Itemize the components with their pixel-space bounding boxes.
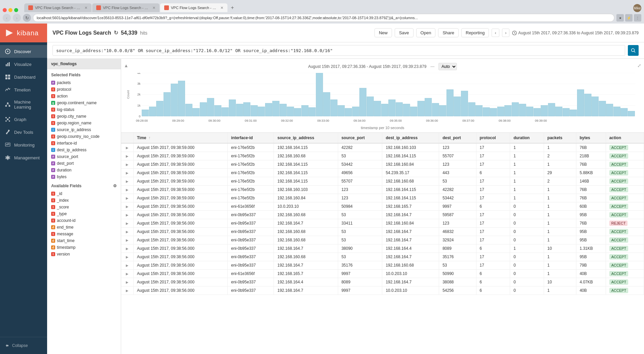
available-field-_index[interactable]: t_index xyxy=(47,197,121,204)
histogram-chart[interactable]: 09:28:0009:29:0009:30:0009:31:0009:32:00… xyxy=(127,73,639,123)
refresh-button[interactable]: ↻ xyxy=(23,14,31,22)
row-expand-button[interactable]: ▶ xyxy=(121,211,134,219)
selected-field-action[interactable]: taction xyxy=(47,93,121,100)
forward-button[interactable]: › xyxy=(13,14,21,22)
expand-icon[interactable]: ▶ xyxy=(124,205,130,208)
table-header-bytes[interactable]: bytes xyxy=(576,133,606,143)
tab-close-3[interactable]: ✕ xyxy=(220,6,223,10)
refresh-search-icon[interactable]: ↻ xyxy=(114,30,118,36)
row-expand-button[interactable]: ▶ xyxy=(121,228,134,236)
available-field-timestamp[interactable]: dtimestamp xyxy=(47,244,121,251)
close-window-button[interactable] xyxy=(3,8,7,12)
expand-icon[interactable]: ▶ xyxy=(124,146,130,150)
traffic-lights[interactable] xyxy=(3,8,18,12)
row-expand-button[interactable]: ▶ xyxy=(121,270,134,278)
browser-tab-1[interactable]: VPC Flow Logs Search - Kiba... ✕ xyxy=(24,3,92,12)
row-expand-button[interactable]: ▶ xyxy=(121,202,134,211)
row-expand-button[interactable]: ▶ xyxy=(121,143,134,152)
bookmark-button[interactable]: ★ xyxy=(616,14,624,22)
expand-icon[interactable]: ▶ xyxy=(124,247,130,250)
row-expand-button[interactable]: ▶ xyxy=(121,152,134,160)
sidebar-item-management[interactable]: Management xyxy=(0,151,47,164)
row-expand-button[interactable]: ▶ xyxy=(121,253,134,261)
sidebar-item-visualize[interactable]: Visualize xyxy=(0,58,47,71)
share-button[interactable]: Share xyxy=(438,28,459,37)
expand-icon[interactable]: ▶ xyxy=(124,280,130,284)
table-header-action[interactable]: action xyxy=(606,133,644,143)
selected-field-geoip-country_iso_code[interactable]: tgeoip.country_iso_code xyxy=(47,133,121,140)
back-button[interactable]: ‹ xyxy=(3,14,11,22)
expand-icon[interactable]: ▶ xyxy=(124,255,130,259)
row-expand-button[interactable]: ▶ xyxy=(121,177,134,186)
table-header-packets[interactable]: packets xyxy=(544,133,576,143)
row-expand-button[interactable]: ▶ xyxy=(121,244,134,253)
selected-field-dest_ip_address[interactable]: idest_ip_address xyxy=(47,147,121,153)
reporting-button[interactable]: Reporting xyxy=(461,28,489,37)
sidebar-item-dashboard[interactable]: Dashboard xyxy=(0,71,47,83)
chart-minimize-button[interactable]: ▲ xyxy=(124,63,129,68)
table-header-interface_id[interactable]: interface-id xyxy=(227,133,274,143)
selected-field-geoip-continent_name[interactable]: ggeoip.continent_name xyxy=(47,100,121,106)
selected-field-geoip-region_name[interactable]: tgeoip.region_name xyxy=(47,120,121,126)
expand-icon[interactable]: ▶ xyxy=(124,264,130,267)
table-header-duration[interactable]: duration xyxy=(510,133,544,143)
sidebar-item-machine-learning[interactable]: Machine Learning xyxy=(0,96,47,113)
selected-field-source_ip_address[interactable]: isource_ip_address xyxy=(47,126,121,133)
menu-button[interactable]: ⋮ xyxy=(634,14,641,22)
sidebar-item-graph[interactable]: Graph xyxy=(0,113,47,126)
sidebar-item-monitoring[interactable]: Monitoring xyxy=(0,139,47,151)
row-expand-button[interactable]: ▶ xyxy=(121,194,134,202)
row-expand-button[interactable]: ▶ xyxy=(121,160,134,169)
expand-icon[interactable]: ▶ xyxy=(124,154,130,158)
url-bar[interactable]: localhost:5601/app/kibana#/discover/1ce3… xyxy=(33,14,614,22)
selected-field-duration[interactable]: #duration xyxy=(47,167,121,173)
maximize-window-button[interactable] xyxy=(14,8,18,12)
available-fields-settings-button[interactable]: ⚙ xyxy=(113,184,117,188)
selected-field-protocol[interactable]: tprotocol xyxy=(47,86,121,93)
chart-interval-select[interactable]: Auto 1s 10s 1m xyxy=(438,63,457,70)
time-prev-button[interactable]: ‹ xyxy=(492,29,499,37)
sidebar-item-timelion[interactable]: Timelion xyxy=(0,83,47,96)
row-expand-button[interactable]: ▶ xyxy=(121,186,134,194)
row-expand-button[interactable]: ▶ xyxy=(121,286,134,295)
expand-icon[interactable]: ▶ xyxy=(124,238,130,242)
save-button[interactable]: Save xyxy=(395,28,414,37)
available-field-_id[interactable]: t_id xyxy=(47,190,121,197)
sidebar-item-discover[interactable]: Discover xyxy=(0,45,47,58)
available-field-_type[interactable]: t_type xyxy=(47,210,121,217)
selected-field-geoip-city_name[interactable]: tgeoip.city_name xyxy=(47,113,121,120)
table-header-dest_ip_address[interactable]: dest_ip_address xyxy=(382,133,439,143)
time-range-display[interactable]: August 15th 2017, 09:27:36.336 to August… xyxy=(512,31,639,35)
time-next-button[interactable]: › xyxy=(502,29,509,37)
new-tab-button[interactable]: + xyxy=(228,3,237,12)
tab-close-2[interactable]: ✕ xyxy=(152,6,155,10)
row-expand-button[interactable]: ▶ xyxy=(121,169,134,177)
browser-tab-3[interactable]: VPC Flow Logs Search - Kiba... ✕ xyxy=(160,3,227,12)
expand-icon[interactable]: ▶ xyxy=(124,171,130,175)
row-expand-button[interactable]: ▶ xyxy=(121,219,134,228)
kibana-logo[interactable]: kibana xyxy=(0,24,47,42)
table-header-Time[interactable]: Time ↑ xyxy=(134,133,228,143)
expand-icon[interactable]: ▶ xyxy=(124,196,130,200)
expand-icon[interactable]: ▶ xyxy=(124,180,130,183)
chart-maximize-button[interactable]: ⤢ xyxy=(637,63,641,68)
user-avatar[interactable]: Mike xyxy=(633,4,641,12)
expand-icon[interactable]: ▶ xyxy=(124,163,130,166)
expand-icon[interactable]: ▶ xyxy=(124,272,130,276)
sidebar-item-dev-tools[interactable]: Dev Tools xyxy=(0,126,47,139)
table-header-source_port[interactable]: source_port xyxy=(338,133,382,143)
selected-field-dest_port[interactable]: #dest_port xyxy=(47,160,121,167)
row-expand-button[interactable]: ▶ xyxy=(121,261,134,270)
search-input[interactable] xyxy=(52,45,625,56)
table-header-source_ip_address[interactable]: source_ip_address xyxy=(274,133,338,143)
selected-field-interface-id[interactable]: tinterface-id xyxy=(47,140,121,147)
table-container[interactable]: Time ↑interface-idsource_ip_addresssourc… xyxy=(121,133,644,354)
row-expand-button[interactable]: ▶ xyxy=(121,236,134,244)
expand-icon[interactable]: ▶ xyxy=(124,188,130,192)
table-header-dest_port[interactable]: dest_port xyxy=(439,133,476,143)
extensions-button[interactable]: ⚡ xyxy=(625,14,633,22)
available-field-message[interactable]: tmessage xyxy=(47,231,121,237)
selected-field-log-status[interactable]: tlog-status xyxy=(47,106,121,113)
expand-icon[interactable]: ▶ xyxy=(124,289,130,292)
row-expand-button[interactable]: ▶ xyxy=(121,278,134,286)
